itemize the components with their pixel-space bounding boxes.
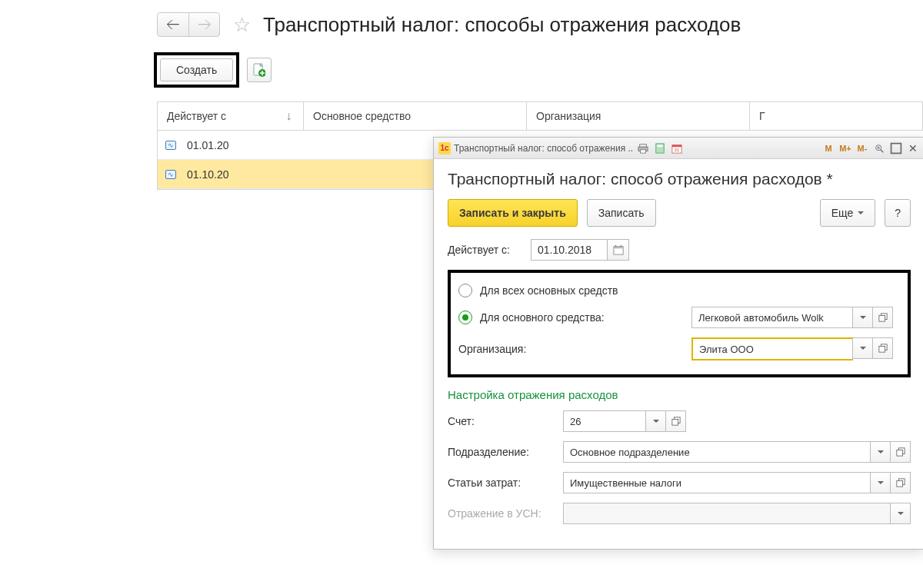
svg-rect-22 bbox=[878, 346, 885, 352]
radio-checked-icon bbox=[458, 311, 472, 324]
account-open-button[interactable] bbox=[666, 410, 686, 432]
help-button[interactable]: ? bbox=[885, 199, 911, 227]
svg-rect-28 bbox=[896, 480, 902, 487]
asset-input[interactable]: Легковой автомобиль Wolk bbox=[691, 307, 853, 328]
radio-all-assets[interactable]: Для всех основных средств bbox=[458, 284, 900, 297]
selection-highlight-box: Для всех основных средств Для основного … bbox=[448, 270, 911, 377]
svg-rect-6 bbox=[658, 145, 663, 147]
dept-label: Подразделение: bbox=[448, 446, 563, 458]
col-last[interactable]: Г bbox=[750, 102, 923, 130]
calendar-icon[interactable]: 31 bbox=[670, 141, 684, 155]
svg-rect-20 bbox=[878, 315, 885, 321]
section-title: Настройка отражения расходов bbox=[448, 388, 911, 401]
calc-icon[interactable] bbox=[653, 141, 667, 155]
svg-rect-2 bbox=[640, 144, 647, 147]
svg-text:31: 31 bbox=[675, 147, 680, 152]
org-dropdown-button[interactable] bbox=[853, 337, 873, 359]
account-dropdown-button[interactable] bbox=[646, 410, 666, 432]
zoom-icon[interactable] bbox=[872, 141, 886, 155]
org-label: Организация: bbox=[458, 343, 691, 355]
dialog-window-title: Транспортный налог: способ отражения .. bbox=[454, 143, 633, 154]
cost-input[interactable]: Имущественные налоги bbox=[563, 472, 871, 493]
svg-rect-4 bbox=[641, 149, 646, 152]
account-input[interactable]: 26 bbox=[563, 410, 646, 432]
dept-open-button[interactable] bbox=[891, 441, 911, 463]
usn-dropdown-button bbox=[891, 503, 911, 524]
create-button[interactable]: Создать bbox=[160, 58, 233, 81]
close-icon[interactable]: ✕ bbox=[906, 141, 920, 155]
asset-dropdown-button[interactable] bbox=[853, 307, 873, 328]
nav-group: 🡠 🡢 bbox=[157, 12, 220, 37]
maximize-icon[interactable] bbox=[889, 141, 903, 155]
dialog-titlebar[interactable]: 1c Транспортный налог: способ отражения … bbox=[434, 138, 923, 159]
dept-input[interactable]: Основное подразделение bbox=[563, 441, 871, 463]
nav-back-button[interactable]: 🡠 bbox=[158, 13, 188, 36]
svg-line-11 bbox=[881, 149, 884, 152]
date-label: Действует с: bbox=[448, 244, 531, 256]
app-logo-1c-icon: 1c bbox=[438, 142, 451, 154]
save-button[interactable]: Записать bbox=[587, 199, 656, 227]
print-icon[interactable] bbox=[636, 141, 650, 155]
page-title: Транспортный налог: способы отражения ра… bbox=[263, 13, 741, 37]
col-date[interactable]: Действует с ↓ bbox=[158, 102, 304, 130]
svg-rect-16 bbox=[613, 247, 622, 249]
radio-icon bbox=[458, 284, 472, 297]
document-plus-icon bbox=[253, 63, 265, 77]
favorite-star-icon[interactable]: ☆ bbox=[231, 14, 252, 35]
calendar-button[interactable] bbox=[608, 239, 629, 261]
cost-label: Статьи затрат: bbox=[448, 477, 563, 489]
cost-dropdown-button[interactable] bbox=[871, 472, 891, 493]
org-input[interactable]: Элита ООО bbox=[691, 337, 853, 360]
cost-open-button[interactable] bbox=[891, 472, 911, 493]
table-header: Действует с ↓ Основное средство Организа… bbox=[158, 102, 923, 131]
radio-single-asset[interactable]: Для основного средства: Легковой автомоб… bbox=[458, 307, 900, 328]
usn-input bbox=[563, 503, 891, 524]
col-asset[interactable]: Основное средство bbox=[304, 102, 527, 130]
nav-forward-button[interactable]: 🡢 bbox=[188, 13, 219, 36]
asset-open-button[interactable] bbox=[873, 307, 893, 328]
mem-mplus-button[interactable]: M+ bbox=[838, 141, 852, 155]
row-icon: ∿ bbox=[158, 141, 184, 150]
mem-m-button[interactable]: M bbox=[821, 141, 835, 155]
svg-rect-14 bbox=[891, 143, 901, 153]
dialog-window: 1c Транспортный налог: способ отражения … bbox=[433, 137, 923, 550]
svg-rect-24 bbox=[671, 419, 678, 425]
col-org[interactable]: Организация bbox=[527, 102, 750, 130]
account-label: Счет: bbox=[448, 415, 563, 427]
create-highlight: Создать bbox=[154, 52, 239, 88]
org-open-button[interactable] bbox=[873, 337, 893, 359]
save-close-button[interactable]: Записать и закрыть bbox=[448, 199, 578, 227]
calendar-small-icon bbox=[613, 244, 624, 255]
add-document-button[interactable] bbox=[247, 58, 272, 82]
row-icon: ∿ bbox=[158, 170, 184, 179]
dept-dropdown-button[interactable] bbox=[871, 441, 891, 463]
dialog-heading: Транспортный налог: способ отражения рас… bbox=[448, 170, 911, 188]
date-input[interactable]: 01.10.2018 bbox=[531, 239, 608, 261]
more-button[interactable]: Еще bbox=[820, 199, 876, 227]
usn-label: Отражение в УСН: bbox=[448, 507, 563, 520]
mem-mminus-button[interactable]: M- bbox=[855, 141, 869, 155]
svg-rect-26 bbox=[896, 450, 902, 456]
sort-arrow-icon: ↓ bbox=[274, 109, 303, 123]
